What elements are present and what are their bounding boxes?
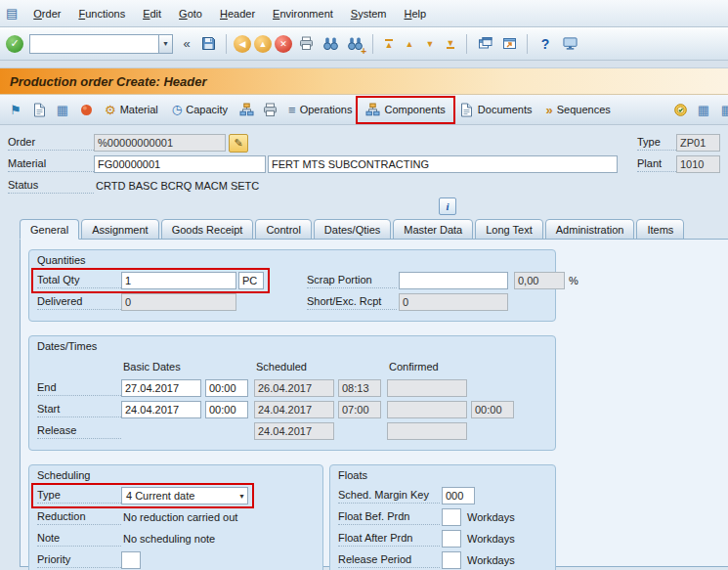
scheduling-type-select[interactable]: 4 Current date ▼ [121, 487, 248, 504]
table-settings-icon[interactable]: ▦ [717, 100, 728, 119]
menu-goto[interactable]: Goto [171, 5, 210, 22]
print-list-icon[interactable] [260, 100, 279, 119]
tab-assignment[interactable]: Assignment [81, 219, 158, 240]
tab-administration[interactable]: Administration [545, 219, 635, 240]
sap-window: ▤ Order Functions Edit Goto Header Envir… [0, 0, 728, 570]
material-button-label: Material [120, 104, 158, 115]
end-scheduled-date-field [254, 379, 334, 397]
scrap-portion-input[interactable] [399, 272, 508, 289]
grid-icon[interactable]: ▦ [53, 100, 72, 119]
save-icon[interactable] [197, 33, 219, 55]
menu-help[interactable]: Help [397, 5, 435, 22]
delivered-row: Delivered Short/Exc. Rcpt [37, 291, 547, 313]
hierarchy-icon[interactable] [236, 100, 256, 119]
release-period-input[interactable] [442, 551, 461, 569]
collapse-icon[interactable]: « [179, 33, 194, 55]
priority-label: Priority [37, 553, 121, 568]
tab-control[interactable]: Control [255, 219, 311, 240]
sequences-button[interactable]: » Sequences [540, 101, 615, 119]
start-basic-date-input[interactable] [121, 401, 201, 418]
menu-edit[interactable]: Edit [135, 5, 169, 22]
end-basic-time-input[interactable] [205, 379, 248, 397]
scheduling-type-row: Type 4 Current date ▼ [37, 485, 315, 506]
tab-master-data[interactable]: Master Data [393, 219, 473, 240]
tab-goods-receipt[interactable]: Goods Receipt [161, 219, 254, 240]
flag-icon[interactable]: ⚑ [6, 100, 25, 119]
page-down-icon[interactable]: ▼ [421, 35, 439, 53]
shortcut-icon[interactable] [498, 33, 520, 55]
tab-general[interactable]: General [20, 219, 79, 240]
float-after-label: Float After Prdn [338, 532, 440, 547]
reduction-row: Reduction No reduction carried out [37, 506, 315, 528]
float-after-input[interactable] [442, 530, 461, 548]
ball-icon[interactable] [76, 100, 96, 119]
group-scheduling: Scheduling Type 4 Current date ▼ Reducti… [28, 464, 323, 570]
basic-dates-column-header: Basic Dates [121, 361, 254, 373]
general-tab-panel: Quantities Total Qty Scrap Portion % Del… [20, 239, 728, 567]
command-dropdown-icon[interactable]: ▼ [158, 34, 173, 54]
last-page-icon[interactable]: ▼ [442, 35, 459, 53]
help-icon[interactable]: ? [535, 33, 556, 55]
back-icon[interactable]: ◀ [234, 35, 251, 53]
find-next-icon[interactable]: + [344, 33, 365, 55]
scheduling-type-annotation: Type 4 Current date ▼ [31, 483, 254, 508]
order-type-label: Type [637, 136, 676, 151]
capacity-button-label: Capacity [186, 104, 228, 115]
operations-button-label: Operations [300, 104, 353, 115]
print-icon[interactable] [295, 33, 317, 55]
page-up-icon[interactable]: ▲ [401, 35, 418, 53]
confirmed-column-header: Confirmed [387, 361, 520, 373]
tab-items[interactable]: Items [636, 219, 684, 240]
customize-icon[interactable] [559, 33, 580, 55]
material-input[interactable] [94, 155, 266, 173]
documents-button[interactable]: Documents [454, 101, 537, 119]
title-bar: Production order Create: Header [0, 68, 728, 95]
chevron-down-icon: ▼ [238, 493, 245, 500]
table-view-icon[interactable]: ▦ [694, 100, 713, 119]
total-qty-unit-input[interactable] [238, 272, 264, 289]
float-before-input[interactable] [442, 508, 461, 526]
system-menu-icon[interactable]: ▤ [6, 6, 18, 21]
tab-dates-qties[interactable]: Dates/Qties [314, 219, 391, 240]
menu-header[interactable]: Header [212, 5, 263, 22]
end-basic-date-input[interactable] [121, 379, 201, 397]
tab-long-text[interactable]: Long Text [475, 219, 543, 240]
menu-order[interactable]: Order [25, 5, 68, 22]
toolbar-separator [466, 34, 467, 54]
order-label: Order [8, 136, 94, 151]
info-icon[interactable]: i [439, 197, 456, 215]
new-session-icon[interactable] [474, 33, 495, 55]
status-info-row: i [8, 197, 720, 215]
order-input[interactable] [94, 134, 226, 152]
release-period-label: Release Period [338, 553, 440, 568]
capacity-button[interactable]: ◷ Capacity [167, 101, 233, 118]
first-page-icon[interactable]: ▲ [380, 35, 398, 53]
seal-icon[interactable] [670, 100, 690, 119]
scrap-percent-field [514, 272, 565, 289]
find-icon[interactable] [320, 33, 341, 55]
exit-icon[interactable]: ▲ [254, 35, 272, 53]
start-basic-time-input[interactable] [205, 401, 248, 418]
scheduled-column-header: Scheduled [254, 361, 387, 373]
edit-icon[interactable]: ✎ [229, 134, 248, 153]
material-button[interactable]: ⚙ Material [100, 101, 163, 119]
scheduling-floats-row: Scheduling Type 4 Current date ▼ Reducti… [28, 464, 720, 570]
components-button[interactable]: Components [361, 101, 450, 119]
document-icon[interactable] [29, 100, 49, 119]
enter-icon[interactable]: ✓ [6, 35, 23, 53]
sched-margin-key-input[interactable] [442, 487, 475, 504]
total-qty-input[interactable] [121, 272, 236, 289]
menu-system[interactable]: System [343, 5, 395, 22]
menu-functions[interactable]: Functions [70, 5, 133, 22]
operations-button[interactable]: ≡ Operations [283, 101, 357, 119]
menu-environment[interactable]: Environment [265, 5, 341, 22]
status-row: Status CRTD BASC BCRQ MACM SETC [8, 176, 720, 196]
float-after-row: Float After Prdn Workdays [338, 528, 547, 549]
sequences-button-label: Sequences [557, 104, 611, 115]
priority-input[interactable] [121, 551, 141, 569]
documents-button-label: Documents [478, 104, 533, 115]
float-before-row: Float Bef. Prdn Workdays [338, 506, 547, 528]
cancel-icon[interactable]: ✕ [275, 35, 292, 53]
toolbar-separator [527, 34, 528, 54]
command-input[interactable] [29, 34, 158, 54]
